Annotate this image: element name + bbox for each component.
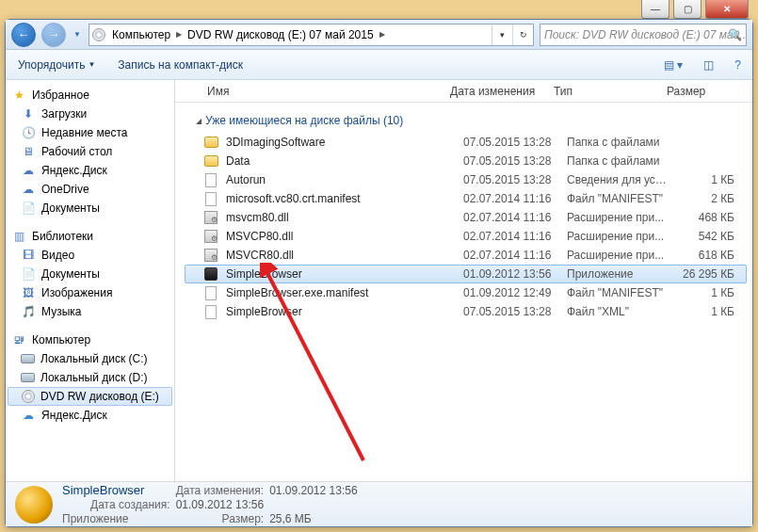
- details-pane: SimpleBrowser Дата изменения: 01.09.2012…: [6, 481, 752, 526]
- file-row[interactable]: MSVCP80.dll 02.07.2014 11:16 Расширение …: [185, 227, 747, 246]
- file-type: Расширение при...: [561, 211, 674, 224]
- search-icon: 🔍: [728, 28, 742, 41]
- file-row[interactable]: Autorun 07.05.2015 13:28 Сведения для ус…: [185, 170, 747, 189]
- breadcrumb-root[interactable]: Компьютер: [108, 24, 174, 45]
- tree-item[interactable]: 🎵Музыка: [6, 302, 174, 321]
- col-type[interactable]: Тип: [548, 85, 661, 98]
- file-row[interactable]: SimpleBrowser 01.09.2012 13:56 Приложени…: [185, 265, 747, 283]
- tree-item-icon: ⬇: [21, 106, 36, 121]
- folder-icon: [204, 137, 218, 148]
- file-row[interactable]: MSVCR80.dll 02.07.2014 11:16 Расширение …: [185, 246, 747, 265]
- file-date: 07.05.2015 13:28: [458, 173, 561, 186]
- content-pane: Имя Дата изменения Тип Размер ◢Уже имеющ…: [175, 80, 752, 481]
- file-name: microsoft.vc80.crt.manifest: [220, 192, 458, 205]
- tree-computer[interactable]: 🖳Компьютер: [6, 330, 174, 349]
- tree-item[interactable]: 🖥Рабочий стол: [6, 142, 174, 161]
- file-type: Расширение при...: [561, 249, 674, 262]
- file-icon: [205, 192, 217, 206]
- collapse-icon: ◢: [196, 117, 202, 125]
- tree-item[interactable]: ☁Яндекс.Диск: [6, 406, 174, 425]
- disc-icon: [22, 390, 35, 403]
- tree-item[interactable]: ☁OneDrive: [6, 180, 174, 199]
- maximize-button[interactable]: ▢: [673, 0, 702, 19]
- file-row[interactable]: microsoft.vc80.crt.manifest 02.07.2014 1…: [185, 189, 747, 208]
- file-type: Папка с файлами: [561, 136, 674, 149]
- preview-pane-button[interactable]: ◫: [700, 56, 718, 73]
- tree-item[interactable]: Локальный диск (C:): [6, 349, 174, 368]
- search-input[interactable]: Поиск: DVD RW дисковод (E:) 07 май... 🔍: [540, 24, 747, 46]
- nav-tree[interactable]: ★Избранное ⬇Загрузки🕓Недавние места🖥Рабо…: [6, 80, 175, 481]
- file-icon: [205, 286, 217, 300]
- file-row[interactable]: SimpleBrowser 07.05.2015 13:28 Файл "XML…: [185, 302, 747, 321]
- application-icon: [204, 267, 218, 281]
- tree-item[interactable]: 🎞Видео: [6, 246, 174, 265]
- file-type: Файл "MANIFEST": [561, 286, 674, 299]
- file-icon: [205, 173, 217, 187]
- explorer-window: ← → ▼ Компьютер ▶ DVD RW дисковод (E:) 0…: [5, 19, 753, 527]
- forward-button[interactable]: →: [41, 23, 66, 47]
- col-date[interactable]: Дата изменения: [444, 85, 548, 98]
- file-large-icon: [15, 486, 53, 524]
- details-kind: Приложение: [62, 512, 170, 525]
- chevron-right-icon[interactable]: ▶: [174, 30, 184, 39]
- tree-item[interactable]: ☁Яндекс.Диск: [6, 161, 174, 180]
- library-icon: ▥: [11, 229, 26, 244]
- toolbar: Упорядочить ▼ Запись на компакт-диск ▤ ▾…: [6, 50, 752, 80]
- section-header[interactable]: ◢Уже имеющиеся на диске файлы (10): [185, 108, 747, 133]
- tree-item[interactable]: 🖼Изображения: [6, 283, 174, 302]
- chevron-right-icon[interactable]: ▶: [378, 30, 387, 39]
- tree-item[interactable]: DVD RW дисковод (E:): [8, 387, 172, 406]
- file-type: Сведения для уст...: [561, 173, 674, 186]
- dll-icon: [204, 230, 218, 243]
- file-type: Папка с файлами: [561, 154, 674, 168]
- organize-button[interactable]: Упорядочить ▼: [13, 56, 100, 74]
- star-icon: ★: [11, 88, 26, 103]
- close-button[interactable]: ✕: [705, 0, 749, 19]
- breadcrumb-location[interactable]: DVD RW дисковод (E:) 07 май 2015: [184, 24, 378, 45]
- file-row[interactable]: SimpleBrowser.exe.manifest 01.09.2012 12…: [185, 283, 747, 302]
- tree-item[interactable]: Локальный диск (D:): [6, 368, 174, 387]
- disc-icon: [89, 28, 108, 41]
- file-name: MSVCR80.dll: [220, 249, 458, 262]
- file-icon: [205, 305, 217, 319]
- tree-item[interactable]: 📄Документы: [6, 199, 174, 218]
- nav-history-dropdown[interactable]: ▼: [72, 24, 83, 45]
- file-row[interactable]: Data 07.05.2015 13:28 Папка с файлами: [185, 152, 747, 170]
- tree-item-icon: 📄: [21, 201, 36, 216]
- col-size[interactable]: Размер: [661, 85, 752, 98]
- help-button[interactable]: ?: [731, 56, 745, 73]
- back-button[interactable]: ←: [11, 23, 36, 47]
- file-date: 02.07.2014 11:16: [458, 211, 561, 224]
- tree-libraries[interactable]: ▥Библиотеки: [6, 227, 174, 246]
- refresh-button[interactable]: ↻: [512, 24, 533, 45]
- tree-item-icon: 📄: [21, 266, 36, 282]
- file-type: Приложение: [561, 267, 674, 281]
- tree-item[interactable]: ⬇Загрузки: [6, 105, 174, 123]
- tree-item-icon: 🖼: [21, 285, 36, 300]
- file-date: 07.05.2015 13:28: [458, 136, 561, 149]
- file-row[interactable]: 3DImagingSoftware 07.05.2015 13:28 Папка…: [185, 133, 747, 152]
- burn-button[interactable]: Запись на компакт-диск: [113, 56, 248, 74]
- tree-item-icon: ☁: [21, 163, 36, 178]
- tree-item-icon: 🖥: [21, 144, 36, 159]
- tree-item[interactable]: 🕓Недавние места: [6, 123, 174, 142]
- details-modified-label: Дата изменения:: [176, 484, 265, 497]
- cloud-icon: ☁: [21, 408, 36, 423]
- column-headers[interactable]: Имя Дата изменения Тип Размер: [175, 80, 752, 103]
- file-name: msvcm80.dll: [220, 211, 458, 224]
- file-name: Data: [220, 154, 458, 168]
- minimize-button[interactable]: —: [641, 0, 669, 19]
- tree-favorites[interactable]: ★Избранное: [6, 86, 174, 105]
- address-bar[interactable]: Компьютер ▶ DVD RW дисковод (E:) 07 май …: [89, 24, 534, 46]
- file-list[interactable]: ◢Уже имеющиеся на диске файлы (10) 3DIma…: [175, 103, 752, 481]
- tree-item-icon: 🕓: [21, 125, 36, 140]
- drive-icon: [21, 354, 35, 363]
- tree-item[interactable]: 📄Документы: [6, 265, 174, 283]
- tree-item-icon: 🎵: [21, 304, 36, 319]
- file-row[interactable]: msvcm80.dll 02.07.2014 11:16 Расширение …: [185, 208, 747, 227]
- file-date: 02.07.2014 11:16: [458, 192, 561, 205]
- address-dropdown[interactable]: ▾: [492, 24, 512, 45]
- col-name[interactable]: Имя: [202, 85, 444, 98]
- details-size: 25,6 МБ: [269, 512, 357, 525]
- view-options-button[interactable]: ▤ ▾: [660, 56, 686, 73]
